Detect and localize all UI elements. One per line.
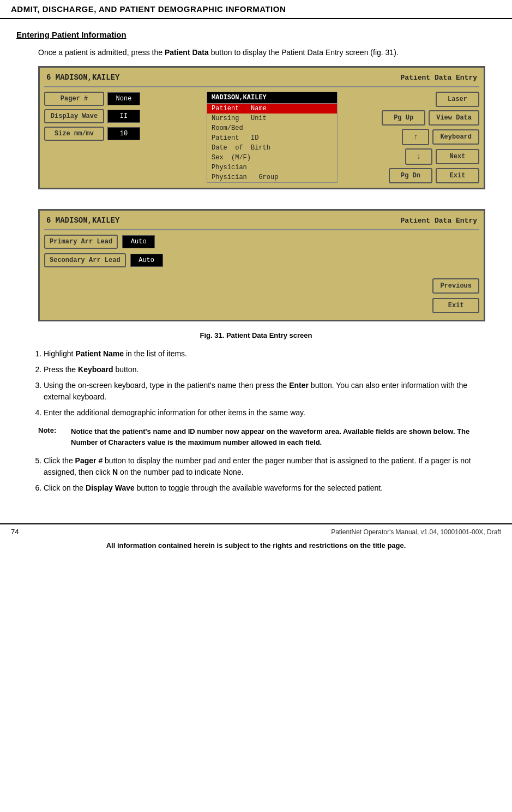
laser-row: Laser	[436, 92, 479, 107]
secondary-arr-value: Auto	[130, 254, 163, 267]
menu-item-patient-id[interactable]: Patient ID	[207, 133, 338, 143]
step-5: Click the Pager # button to display the …	[44, 455, 496, 478]
page-title: ADMIT, DISCHARGE, AND PATIENT DEMOGRAPHI…	[11, 4, 501, 14]
step-2: Press the Keyboard button.	[44, 364, 496, 375]
menu-item-date-of-birth[interactable]: Date of Birth	[207, 143, 338, 153]
up-arrow-button[interactable]: ↑	[402, 129, 429, 145]
section-title: Entering Patient Information	[16, 30, 496, 39]
screen1-header: 6 MADISON,KAILEY Patient Data Entry	[44, 72, 479, 83]
footer-disclaimer: All information contained herein is subj…	[0, 539, 512, 552]
screen1: 6 MADISON,KAILEY Patient Data Entry Page…	[38, 66, 485, 189]
note-label: Note:	[38, 426, 65, 447]
menu-title: MADISON,KAILEY	[207, 92, 338, 104]
note-block: Note: Notice that the patient's name and…	[38, 426, 496, 447]
screen2-container: 6 MADISON,KAILEY Patient Data Entry Prim…	[38, 209, 496, 321]
screen1-right-buttons: Laser Pg Up View Data ↑ Keyboard ↓ Next	[382, 92, 479, 183]
page-number: 74	[11, 528, 19, 536]
view-data-button[interactable]: View Data	[429, 110, 479, 126]
pgdn-exit-row: Pg Dn Exit	[389, 168, 479, 183]
menu-item-physician[interactable]: Physician	[207, 163, 338, 172]
note-text: Notice that the patient's name and ID nu…	[71, 426, 496, 447]
display-wave-row: Display Wave II	[44, 109, 202, 123]
screen1-left: Pager # None Display Wave II Size mm/mv …	[44, 92, 202, 183]
pager-label[interactable]: Pager #	[44, 92, 104, 106]
instructions: Highlight Patient Name in the list of it…	[27, 348, 496, 494]
screen2-header-left: 6 MADISON,KAILEY	[46, 216, 119, 225]
screen2-header: 6 MADISON,KAILEY Patient Data Entry	[44, 215, 479, 226]
doc-info: PatientNet Operator's Manual, v1.04, 100…	[331, 528, 501, 536]
screen1-header-right: Patient Data Entry	[401, 74, 477, 82]
screen2-content: Primary Arr Lead Auto Secondary Arr Lead…	[44, 235, 479, 315]
secondary-arr-row: Secondary Arr Lead Auto	[44, 253, 432, 267]
screen1-menu: MADISON,KAILEY Patient Name Nursing Unit…	[207, 92, 338, 183]
pager-value: None	[107, 92, 140, 105]
pgdn-button[interactable]: Pg Dn	[389, 168, 432, 183]
pager-row: Pager # None	[44, 92, 202, 106]
screen2-left: Primary Arr Lead Auto Secondary Arr Lead…	[44, 235, 432, 315]
fig-caption: Fig. 31. Patient Data Entry screen	[16, 331, 496, 339]
menu-item-sex[interactable]: Sex (M/F)	[207, 153, 338, 163]
screen2: 6 MADISON,KAILEY Patient Data Entry Prim…	[38, 209, 485, 321]
page-footer: 74 PatientNet Operator's Manual, v1.04, …	[0, 523, 512, 539]
menu-item-patient-name[interactable]: Patient Name	[207, 104, 338, 114]
down-arrow-button[interactable]: ↓	[405, 148, 432, 165]
pgup-button[interactable]: Pg Up	[382, 110, 425, 126]
menu-item-room-bed[interactable]: Room/Bed	[207, 123, 338, 133]
step-1: Highlight Patient Name in the list of it…	[44, 348, 496, 360]
laser-button[interactable]: Laser	[436, 92, 479, 107]
pgup-viewdata-row: Pg Up View Data	[382, 110, 479, 126]
menu-item-nursing-unit[interactable]: Nursing Unit	[207, 114, 338, 123]
keyboard-button[interactable]: Keyboard	[432, 129, 479, 145]
page-header: ADMIT, DISCHARGE, AND PATIENT DEMOGRAPHI…	[0, 0, 512, 19]
step-4: Enter the additional demographic informa…	[44, 407, 496, 419]
screen1-exit-button[interactable]: Exit	[436, 168, 479, 183]
screen2-exit-button[interactable]: Exit	[432, 298, 479, 313]
secondary-arr-label[interactable]: Secondary Arr Lead	[44, 253, 126, 267]
down-next-row: ↓ Next	[405, 148, 479, 165]
primary-arr-value: Auto	[122, 235, 155, 248]
display-wave-value: II	[107, 110, 140, 123]
menu-item-physician-group[interactable]: Physician Group	[207, 172, 338, 183]
previous-button[interactable]: Previous	[432, 278, 479, 294]
more-steps-list: Click the Pager # button to display the …	[44, 455, 496, 494]
step-3: Using the on-screen keyboard, type in th…	[44, 380, 496, 403]
primary-arr-row: Primary Arr Lead Auto	[44, 235, 432, 249]
screen2-right: Previous Exit	[432, 235, 479, 315]
steps-list: Highlight Patient Name in the list of it…	[44, 348, 496, 419]
step-6: Click on the Display Wave button to togg…	[44, 482, 496, 494]
intro-text: Once a patient is admitted, press the Pa…	[38, 47, 496, 58]
screen2-header-right: Patient Data Entry	[401, 217, 477, 225]
screen1-container: 6 MADISON,KAILEY Patient Data Entry Page…	[38, 66, 496, 189]
screen1-body: Pager # None Display Wave II Size mm/mv …	[44, 92, 479, 183]
size-value: 10	[107, 127, 140, 140]
next-button[interactable]: Next	[436, 149, 479, 164]
primary-arr-label[interactable]: Primary Arr Lead	[44, 235, 118, 249]
size-label[interactable]: Size mm/mv	[44, 127, 104, 141]
display-wave-label[interactable]: Display Wave	[44, 109, 104, 123]
screen1-header-left: 6 MADISON,KAILEY	[46, 73, 119, 82]
size-row: Size mm/mv 10	[44, 127, 202, 141]
up-keyboard-row: ↑ Keyboard	[402, 129, 479, 145]
